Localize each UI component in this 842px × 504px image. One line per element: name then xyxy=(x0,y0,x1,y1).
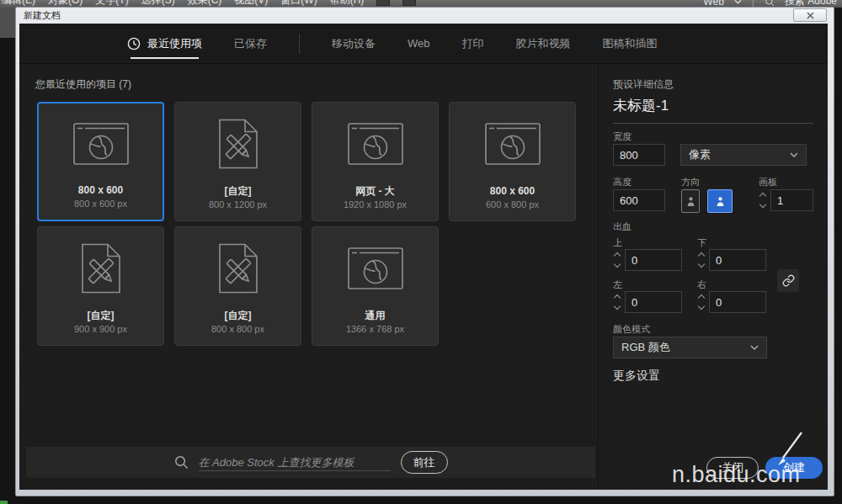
custom-doc-icon xyxy=(216,119,260,169)
bleed-bottom-input[interactable] xyxy=(709,249,766,271)
taskbar-fragment xyxy=(0,501,8,504)
color-mode-value: RGB 颜色 xyxy=(621,340,670,355)
tab-mobile[interactable]: 移动设备 xyxy=(332,24,376,63)
template-size: 900 x 900 px xyxy=(74,324,127,334)
template-name: 通用 xyxy=(365,310,386,321)
preset-details-heading: 预设详细信息 xyxy=(613,77,674,92)
bleed-left-label: 左 xyxy=(613,279,622,291)
height-label: 高度 xyxy=(613,176,632,188)
template-size: 1920 x 1080 px xyxy=(344,199,407,210)
web-template-icon xyxy=(348,123,403,165)
tab-label: Web xyxy=(408,37,430,50)
stepper-up-icon xyxy=(697,294,704,301)
close-button[interactable]: 关闭 xyxy=(706,457,759,479)
template-card-custom-800x1200[interactable]: [自定] 800 x 1200 px xyxy=(174,102,301,221)
web-template-icon xyxy=(348,247,403,289)
tab-film-video[interactable]: 胶片和视频 xyxy=(516,24,571,63)
tab-label: 打印 xyxy=(462,36,484,51)
tab-web[interactable]: Web xyxy=(408,24,430,63)
template-size: 1366 x 768 px xyxy=(346,324,404,334)
bleed-right-stepper[interactable] xyxy=(695,291,706,313)
landscape-person-icon xyxy=(716,196,725,207)
tab-recent[interactable]: 最近使用项 xyxy=(127,24,202,63)
stepper-up-icon xyxy=(613,252,620,259)
template-name: 800 x 600 xyxy=(78,184,123,196)
tab-label: 已保存 xyxy=(234,36,267,51)
web-template-icon xyxy=(73,123,129,165)
template-size: 800 x 800 px xyxy=(211,324,264,334)
orientation-landscape-button[interactable] xyxy=(707,189,733,213)
artboard-stepper[interactable] xyxy=(757,189,768,211)
new-document-dialog: 新建文档 最近使用项 已保存 移动设备 xyxy=(15,7,834,496)
orientation-portrait-button[interactable] xyxy=(681,189,700,213)
bleed-top-label: 上 xyxy=(613,236,622,249)
bleed-left-input[interactable] xyxy=(625,291,682,313)
stepper-down-icon xyxy=(697,303,704,310)
tab-saved[interactable]: 已保存 xyxy=(234,24,267,63)
bleed-top-stepper[interactable] xyxy=(611,249,622,271)
template-card-web-large[interactable]: 网页 - 大 1920 x 1080 px xyxy=(312,102,439,221)
preset-category-tabs: 最近使用项 已保存 移动设备 Web 打印 胶片和视频 图稿和插图 xyxy=(19,24,828,64)
template-card-custom-800x800[interactable]: [自定] 800 x 800 px xyxy=(174,226,301,346)
bleed-right-input[interactable] xyxy=(709,291,766,313)
tab-label: 图稿和插图 xyxy=(603,36,658,51)
stepper-down-icon xyxy=(759,201,765,208)
template-card-common[interactable]: 通用 1366 x 768 px xyxy=(312,226,439,346)
link-icon xyxy=(782,274,795,287)
custom-doc-icon xyxy=(216,243,260,294)
bleed-bottom-stepper[interactable] xyxy=(695,249,706,271)
template-card-600x800[interactable]: 800 x 600 600 x 800 px xyxy=(449,102,576,221)
custom-doc-icon xyxy=(79,243,123,294)
chevron-down-icon xyxy=(750,345,759,350)
stepper-up-icon xyxy=(697,252,704,259)
portrait-person-icon xyxy=(686,196,695,207)
color-mode-dropdown[interactable]: RGB 颜色 xyxy=(613,337,767,358)
clock-icon xyxy=(127,37,141,50)
template-grid: 800 x 600 800 x 600 px [自定] 800 x 1200 p… xyxy=(37,102,576,346)
adobe-stock-search-bar: 前往 xyxy=(26,447,595,478)
width-input[interactable] xyxy=(613,144,665,166)
height-input[interactable] xyxy=(613,189,665,211)
unit-value: 像素 xyxy=(689,147,711,162)
color-mode-label: 颜色模式 xyxy=(613,323,650,336)
width-label: 宽度 xyxy=(613,130,632,143)
orientation-label: 方向 xyxy=(681,176,700,188)
stepper-down-icon xyxy=(613,261,620,268)
more-settings-link[interactable]: 更多设置 xyxy=(613,369,660,384)
search-icon xyxy=(174,455,189,470)
create-button[interactable]: 创建 xyxy=(765,457,823,479)
bleed-left-stepper[interactable] xyxy=(611,291,622,313)
artboard-count-input[interactable] xyxy=(770,189,813,211)
tab-label: 最近使用项 xyxy=(147,36,202,51)
template-name: [自定] xyxy=(88,310,115,321)
template-size: 800 x 600 px xyxy=(74,199,127,209)
close-icon xyxy=(807,12,814,19)
template-card-800x600[interactable]: 800 x 600 800 x 600 px xyxy=(37,102,164,221)
document-name-field[interactable]: 未标题-1 xyxy=(613,96,813,124)
stepper-down-icon xyxy=(697,261,704,268)
tab-print[interactable]: 打印 xyxy=(462,24,484,63)
chevron-down-icon xyxy=(734,0,742,4)
go-button[interactable]: 前往 xyxy=(401,451,448,474)
recent-templates-pane: 您最近使用的项目 (7) 800 x 600 800 x 600 px [自定]… xyxy=(19,64,598,489)
search-icon xyxy=(765,0,775,7)
bleed-top-input[interactable] xyxy=(625,249,682,271)
web-template-icon xyxy=(485,123,541,165)
dialog-close-button[interactable] xyxy=(793,8,827,22)
stock-search-input[interactable] xyxy=(199,454,391,471)
dialog-content: 最近使用项 已保存 移动设备 Web 打印 胶片和视频 图稿和插图 xyxy=(19,24,828,490)
tab-art-illustration[interactable]: 图稿和插图 xyxy=(603,24,658,63)
template-card-custom-900x900[interactable]: [自定] 900 x 900 px xyxy=(37,226,164,346)
template-name: [自定] xyxy=(225,185,252,197)
template-size: 800 x 1200 px xyxy=(209,199,267,210)
preset-details-pane: 预设详细信息 未标题-1 宽度 像素 高度 方向 画板 xyxy=(598,64,828,489)
toolbar-icon[interactable] xyxy=(376,0,390,6)
artboard-label: 画板 xyxy=(759,176,777,188)
bleed-right-label: 右 xyxy=(697,279,706,291)
bleed-link-button[interactable] xyxy=(777,269,799,292)
tabs-divider xyxy=(299,34,300,54)
dialog-titlebar[interactable]: 新建文档 xyxy=(19,8,828,24)
toolbar-icon[interactable] xyxy=(402,0,416,6)
unit-dropdown[interactable]: 像素 xyxy=(680,144,807,166)
bleed-label: 出血 xyxy=(613,220,632,233)
